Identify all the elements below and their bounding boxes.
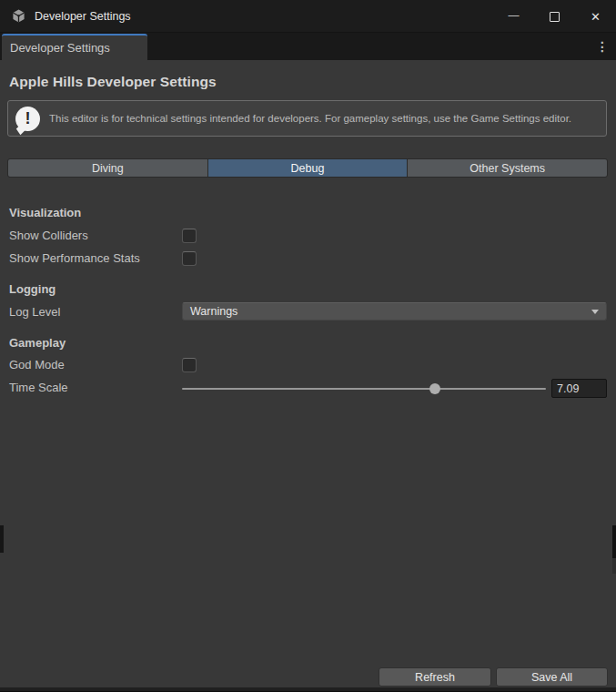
log-level-label: Log Level [9, 305, 60, 319]
kebab-menu-icon: ⋮ [596, 39, 609, 54]
maximize-icon [550, 12, 560, 22]
titlebar: Developer Settings — ✕ [0, 0, 616, 33]
info-helpbox-text: This editor is for technical settings in… [49, 112, 584, 126]
window-edge-artifact [0, 525, 4, 553]
tab-other-systems[interactable]: Other Systems [408, 159, 607, 177]
unity-logo-icon [11, 8, 26, 24]
info-icon: ! [15, 107, 40, 131]
window-title: Developer Settings [35, 10, 131, 23]
log-level-dropdown[interactable]: Warnings [182, 302, 607, 321]
section-visualization: Visualization [9, 206, 81, 219]
window-bottom-border [0, 687, 616, 692]
window-edge-artifact [612, 558, 616, 574]
page-title: Apple Hills Developer Settings [9, 74, 217, 90]
time-scale-label: Time Scale [9, 381, 68, 394]
god-mode-checkbox[interactable] [182, 358, 197, 372]
mode-tab-group: Diving Debug Other Systems [7, 158, 608, 178]
show-performance-stats-label: Show Performance Stats [9, 251, 140, 265]
tab-debug[interactable]: Debug [208, 159, 408, 177]
tab-developer-settings[interactable]: Developer Settings [2, 34, 147, 60]
god-mode-label: God Mode [9, 358, 65, 371]
time-scale-value-field[interactable] [551, 379, 607, 398]
developer-settings-window: Developer Settings — ✕ Developer Setting… [0, 0, 616, 692]
section-gameplay: Gameplay [9, 336, 66, 350]
maximize-button[interactable] [534, 0, 575, 33]
window-edge-artifact [612, 525, 616, 558]
section-logging: Logging [9, 282, 56, 296]
close-icon: ✕ [591, 10, 601, 24]
show-colliders-label: Show Colliders [9, 229, 88, 242]
settings-content: Apple Hills Developer Settings ! This ed… [0, 60, 616, 692]
tab-context-menu-button[interactable]: ⋮ [594, 36, 611, 57]
window-controls: — ✕ [493, 0, 616, 33]
minimize-icon: — [509, 9, 520, 22]
chevron-down-icon [591, 310, 599, 314]
info-helpbox: ! This editor is for technical settings … [7, 100, 607, 137]
log-level-value: Warnings [190, 305, 237, 318]
tab-label: Developer Settings [10, 41, 110, 55]
time-scale-slider-thumb[interactable] [429, 383, 440, 394]
tab-diving[interactable]: Diving [8, 159, 207, 177]
show-performance-stats-checkbox[interactable] [182, 251, 197, 266]
show-colliders-checkbox[interactable] [182, 229, 197, 243]
save-all-button[interactable]: Save All [496, 667, 608, 687]
refresh-button[interactable]: Refresh [379, 667, 491, 687]
editor-tab-bar: Developer Settings ⋮ [0, 33, 616, 60]
minimize-button[interactable]: — [493, 0, 534, 33]
close-button[interactable]: ✕ [575, 0, 616, 33]
time-scale-slider-track[interactable] [182, 388, 546, 390]
